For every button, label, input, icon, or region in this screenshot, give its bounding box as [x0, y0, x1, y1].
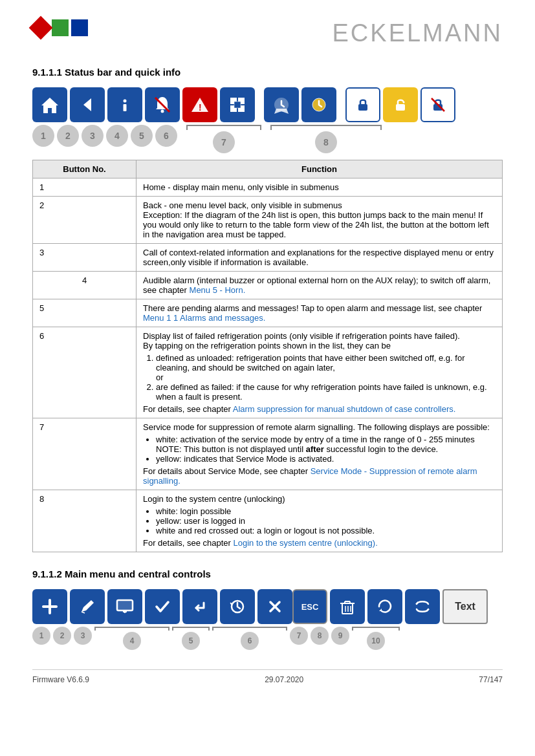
link-menu11[interactable]: Menu 1 1 Alarms and messages. — [143, 313, 265, 323]
row3-func: Call of context-related information and … — [136, 244, 503, 272]
status-bar-diagram: ! — [32, 87, 503, 153]
logo — [32, 19, 88, 36]
icon-grid-group — [220, 87, 255, 122]
icon-alarm-mute-group — [145, 87, 180, 122]
bracket-b10: 10 — [352, 627, 400, 650]
main-menu-diagram: ESC — [32, 589, 503, 650]
svg-line-21 — [82, 612, 85, 613]
svg-marker-1 — [83, 98, 91, 111]
row4-func: Audible alarm (internal buzzer or option… — [136, 272, 503, 299]
list-item: white and red crossed out: a login or lo… — [156, 526, 496, 535]
col-header-function: Function — [136, 160, 503, 178]
page-header: ECKELMANN — [32, 19, 503, 47]
list-item: white: login possible — [156, 506, 496, 516]
row2-func: Back - one menu level back, only visible… — [136, 197, 503, 244]
svg-point-4 — [161, 110, 164, 113]
table-row: 4 Audible alarm (internal buzzer or opti… — [33, 272, 503, 299]
icon-edit — [70, 589, 105, 624]
icon-info-group — [107, 87, 142, 122]
bnum-8: 8 — [311, 627, 329, 645]
link-service-mode[interactable]: Service Mode - Suppression of remote ala… — [143, 466, 477, 486]
footer-firmware: Firmware V6.6.9 — [32, 675, 89, 684]
icon-sync-group — [405, 589, 440, 624]
row2-num: 2 — [33, 197, 136, 244]
num-5: 5 — [131, 125, 153, 147]
svg-rect-3 — [124, 104, 127, 111]
logo-square-green — [52, 19, 69, 36]
num-3: 3 — [82, 125, 104, 147]
icon-service-white — [264, 87, 299, 122]
icon-warning-group: ! — [182, 87, 217, 122]
icon-sync — [405, 589, 440, 624]
icon-back — [70, 87, 105, 122]
num-1: 1 — [32, 125, 54, 147]
icon-lock-group — [345, 87, 455, 122]
link-alarm-suppression[interactable]: Alarm suppression for manual shutdown of… — [233, 404, 456, 414]
page-footer: Firmware V6.6.9 29.07.2020 77/147 — [32, 669, 503, 684]
link-login[interactable]: Login to the system centre (unlocking). — [233, 538, 377, 548]
bnum-7: 7 — [290, 627, 308, 645]
icon-edit-group — [70, 589, 105, 624]
table-row: 8 Login to the system centre (unlocking)… — [33, 490, 503, 552]
icon-add — [32, 589, 67, 624]
icon-esc: ESC — [292, 589, 327, 624]
row1-num: 1 — [33, 178, 136, 197]
bracket-b4: 4 — [94, 627, 169, 650]
icon-reload-group — [367, 589, 402, 624]
row3-num: 3 — [33, 244, 136, 272]
row4-num: 4 — [33, 272, 136, 299]
icon-checkmark — [145, 589, 180, 624]
icon-home — [32, 87, 67, 122]
svg-point-2 — [124, 100, 127, 103]
svg-rect-23 — [117, 600, 133, 610]
list-item: white: activation of the service mode by… — [156, 435, 496, 454]
svg-marker-38 — [415, 601, 418, 604]
list-item: are defined as failed: if the cause for … — [156, 382, 496, 402]
logo-square-blue — [71, 19, 88, 36]
icon-lock-white — [345, 87, 380, 122]
num-4: 4 — [106, 125, 128, 147]
svg-marker-37 — [379, 609, 382, 611]
row8-func: Login to the system centre (unlocking) w… — [136, 490, 503, 552]
bnum-3: 3 — [74, 627, 92, 645]
bottom-numbers-row: 1 2 3 4 5 6 7 8 9 — [32, 627, 503, 650]
icon-delete-group — [330, 589, 365, 624]
icon-history-bracket — [220, 589, 255, 624]
icon-confirm-bracket — [145, 589, 217, 624]
section2-title: 9.1.1.2 Main menu and central controls — [32, 568, 503, 579]
bracket-b5: 5 — [172, 627, 210, 650]
icon-home-group — [32, 87, 67, 122]
icon-display — [107, 589, 142, 624]
row8-num: 8 — [33, 490, 136, 552]
icon-delete — [330, 589, 365, 624]
list-item: defined as unloaded: refrigeration point… — [156, 353, 496, 382]
link-menu5[interactable]: Menu 5 - Horn. — [190, 285, 246, 295]
table-row: 1 Home - display main menu, only visible… — [33, 178, 503, 197]
num-6: 6 — [155, 125, 177, 147]
num-2: 2 — [57, 125, 79, 147]
icon-history — [220, 589, 255, 624]
icon-lock-yellow — [383, 87, 418, 122]
row7-num: 7 — [33, 418, 136, 490]
svg-text:!: ! — [199, 102, 202, 113]
table-row: 6 Display list of failed refrigeration p… — [33, 327, 503, 418]
icon-lock-crossed — [420, 87, 455, 122]
svg-rect-12 — [234, 102, 241, 108]
table-row: 5 There are pending alarms and messages!… — [33, 299, 503, 327]
svg-marker-39 — [427, 609, 430, 612]
icon-service-group — [264, 87, 336, 122]
icon-display-group — [107, 589, 142, 624]
function-table: Button No. Function 1 Home - display mai… — [32, 160, 503, 552]
bnum-2: 2 — [53, 627, 71, 645]
brand-name: ECKELMANN — [333, 19, 503, 47]
table-row: 3 Call of context-related information an… — [33, 244, 503, 272]
icon-enter — [182, 589, 217, 624]
icon-warning: ! — [182, 87, 217, 122]
text-button[interactable]: Text — [442, 589, 488, 624]
bracket-b6: 6 — [212, 627, 287, 650]
row5-func: There are pending alarms and messages! T… — [136, 299, 503, 327]
table-row: 2 Back - one menu level back, only visib… — [33, 197, 503, 244]
svg-marker-0 — [41, 98, 58, 113]
row1-func: Home - display main menu, only visible i… — [136, 178, 503, 197]
row5-num: 5 — [33, 299, 136, 327]
